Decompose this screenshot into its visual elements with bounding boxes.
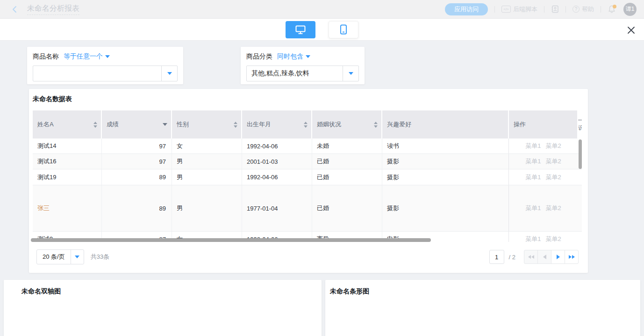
cell-score: 89	[102, 169, 172, 185]
first-page-button[interactable]	[524, 250, 538, 264]
table-row: 张三 89 男 1977-01-04 已婚 摄影 菜单1 菜单2	[33, 185, 582, 232]
data-table: 姓名A 成绩 性别 出生年月 婚姻状况	[33, 110, 582, 242]
double-right-arrow-icon	[569, 255, 572, 259]
table-row: 测试19 89 男 1992-04-06 已婚 摄影 菜单1 菜单2	[33, 169, 582, 185]
sort-icon[interactable]	[234, 122, 237, 128]
page-nav-group	[524, 250, 579, 264]
select-arrow-segment[interactable]	[161, 66, 177, 81]
cell-name: 张三	[33, 185, 102, 231]
menu2-link[interactable]: 菜单2	[546, 173, 561, 182]
pagination-bar: 20 条/页 共33条 / 2	[29, 249, 588, 264]
cell-actions: 菜单1 菜单2	[508, 169, 578, 185]
menu1-link[interactable]: 菜单1	[525, 157, 541, 166]
chevron-down-icon	[105, 55, 110, 58]
filter-value	[33, 66, 161, 81]
sort-desc-icon[interactable]	[163, 123, 167, 126]
cell-actions: 菜单1 菜单2	[508, 139, 578, 153]
column-header-hobby[interactable]: 兴趣爱好	[382, 110, 509, 139]
cell-hobby: 摄影	[382, 154, 509, 169]
table-row: 测试14 97 女 1992-04-06 未婚 读书 菜单1 菜单2	[33, 139, 582, 154]
mobile-view-button[interactable]	[329, 21, 358, 38]
cell-gender: 男	[172, 154, 242, 169]
sort-icon[interactable]	[304, 122, 308, 128]
column-header-name[interactable]: 姓名A	[33, 110, 102, 139]
select-arrow-segment[interactable]	[71, 250, 84, 264]
menu2-link[interactable]: 菜单2	[546, 235, 561, 242]
cell-score: 89	[102, 185, 172, 231]
cell-actions: 菜单1 菜单2	[508, 232, 578, 242]
column-header-score[interactable]: 成绩	[102, 110, 172, 139]
next-page-button[interactable]	[551, 250, 565, 264]
chevron-down-icon	[349, 72, 353, 75]
clipped-column-fragment: — 识	[578, 116, 582, 135]
chart-title: 未命名条形图	[330, 287, 369, 296]
table-row: 测试16 97 男 2001-01-03 已婚 摄影 菜单1 菜单2	[33, 154, 582, 169]
cell-marital: 已婚	[312, 185, 382, 231]
left-arrow-icon	[543, 255, 546, 259]
desktop-view-button[interactable]	[286, 21, 315, 38]
filter-label: 商品名称	[33, 52, 59, 61]
chevron-down-icon	[167, 72, 172, 75]
page-number-input[interactable]	[489, 250, 504, 264]
user-avatar[interactable]: 谭1	[623, 3, 637, 16]
total-pages: / 2	[509, 254, 515, 261]
last-page-button[interactable]	[565, 250, 579, 264]
menu2-link[interactable]: 菜单2	[546, 157, 561, 166]
select-arrow-segment[interactable]	[343, 66, 358, 81]
filter-value: 其他,糕点,辣条,饮料	[247, 66, 343, 81]
backend-script-button[interactable]: </> 后端脚本	[501, 5, 537, 14]
sort-icon[interactable]	[374, 122, 378, 128]
monitor-icon	[295, 25, 306, 35]
cell-marital: 已婚	[312, 154, 382, 169]
close-icon	[627, 26, 635, 34]
page-size-select[interactable]: 20 条/页	[36, 249, 84, 264]
cell-hobby: 摄影	[382, 185, 509, 231]
cell-score: 97	[102, 154, 172, 169]
table-title: 未命名数据表	[33, 95, 72, 103]
menu1-link[interactable]: 菜单1	[525, 173, 541, 182]
horizontal-scrollbar[interactable]	[31, 238, 431, 242]
dual-axis-chart-card: 未命名双轴图	[4, 280, 322, 336]
cell-actions: 菜单1 菜单2	[508, 154, 578, 169]
help-icon: ?	[572, 6, 580, 13]
menu1-link[interactable]: 菜单1	[525, 235, 541, 242]
record-link[interactable]: 张三	[37, 204, 50, 212]
cell-gender: 男	[172, 185, 242, 231]
divider	[494, 6, 495, 13]
sort-icon[interactable]	[93, 122, 97, 128]
filter-card-product-name: 商品名称 等于任意一个	[27, 47, 183, 84]
cell-name: 测试19	[33, 169, 102, 185]
cell-birth: 2001-01-03	[242, 154, 312, 169]
menu1-link[interactable]: 菜单1	[525, 142, 541, 150]
preview-toolbar	[0, 19, 644, 41]
column-header-actions[interactable]: 操作	[509, 110, 578, 139]
contacts-button[interactable]	[551, 5, 559, 13]
filter-label: 商品分类	[246, 52, 272, 61]
menu2-link[interactable]: 菜单2	[546, 204, 561, 212]
menu2-link[interactable]: 菜单2	[546, 142, 561, 150]
filter-value-select[interactable]	[33, 66, 178, 81]
back-button[interactable]	[10, 5, 20, 14]
cell-name: 测试16	[33, 154, 102, 169]
top-header: 未命名分析报表 应用访问 </> 后端脚本 ?	[0, 0, 644, 19]
cell-gender: 女	[172, 139, 242, 153]
chevron-left-icon	[11, 5, 19, 14]
notification-dot	[613, 5, 616, 8]
notification-bell-button[interactable]	[608, 5, 617, 14]
divider	[565, 6, 566, 13]
close-preview-button[interactable]	[625, 24, 637, 36]
divider	[601, 6, 601, 13]
help-button[interactable]: ? 帮助	[572, 5, 594, 14]
app-access-button[interactable]: 应用访问	[445, 3, 488, 15]
filter-value-select[interactable]: 其他,糕点,辣条,饮料	[246, 66, 359, 81]
filter-operator-dropdown[interactable]: 等于任意一个	[64, 52, 110, 61]
prev-page-button[interactable]	[537, 250, 551, 264]
vertical-scrollbar[interactable]	[579, 139, 582, 169]
column-header-marital[interactable]: 婚姻状况	[312, 110, 382, 139]
filter-operator-dropdown[interactable]: 同时包含	[277, 52, 310, 61]
column-header-gender[interactable]: 性别	[172, 110, 242, 139]
filter-operator-label: 等于任意一个	[64, 52, 103, 61]
contacts-icon	[551, 5, 559, 13]
column-header-birth[interactable]: 出生年月	[242, 110, 312, 139]
menu1-link[interactable]: 菜单1	[525, 204, 541, 212]
